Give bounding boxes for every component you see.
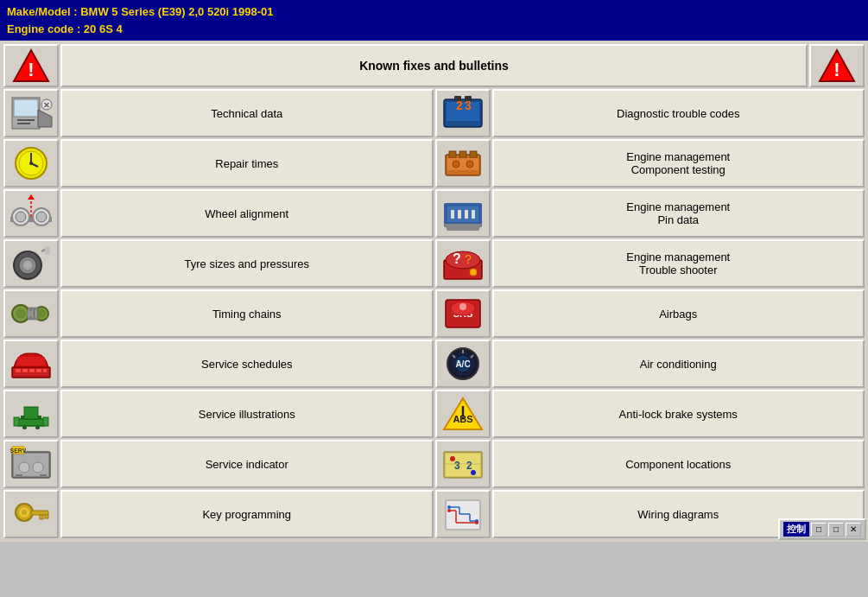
icon-key-programming[interactable] xyxy=(3,490,59,538)
taskbar-btn-1[interactable]: □ xyxy=(811,523,827,537)
icon-engine-pin[interactable] xyxy=(435,189,491,238)
label-component-locations[interactable]: Component locations xyxy=(492,440,865,488)
icon-engine-component[interactable] xyxy=(435,139,491,187)
svg-rect-111 xyxy=(446,500,480,530)
svg-rect-38 xyxy=(465,210,468,219)
svg-point-122 xyxy=(447,509,451,512)
label-abs[interactable]: Anti-lock brake systems xyxy=(492,390,865,438)
label-service-schedules[interactable]: Service schedules xyxy=(60,340,434,388)
svg-point-123 xyxy=(475,521,478,524)
warning-triangle-left: ! xyxy=(12,47,50,85)
label-key-programming[interactable]: Key programming xyxy=(60,490,434,538)
svg-rect-108 xyxy=(31,511,48,515)
svg-rect-81 xyxy=(22,426,27,429)
svg-rect-65 xyxy=(22,369,28,372)
svg-point-30 xyxy=(16,212,26,222)
label-repair-times[interactable]: Repair times xyxy=(60,139,434,187)
svg-text:2: 2 xyxy=(466,460,472,472)
svg-point-94 xyxy=(19,462,29,473)
icon-service-schedules[interactable] xyxy=(3,340,59,388)
icon-component-locations[interactable]: 3 2 xyxy=(435,440,491,488)
menu-row-7: Service illustrations ABS Anti-lock brak… xyxy=(3,390,865,438)
svg-rect-66 xyxy=(29,369,35,372)
svg-rect-56 xyxy=(28,309,30,318)
svg-rect-36 xyxy=(451,210,454,219)
menu-row-3: Wheel alignment Engine management Pin da… xyxy=(3,189,865,238)
icon-wheel-alignment[interactable] xyxy=(3,189,59,238)
svg-point-42 xyxy=(23,261,32,270)
svg-text:3: 3 xyxy=(454,460,460,472)
icon-technical-data[interactable]: ✕ xyxy=(3,89,59,137)
warning-icon-left[interactable]: ! xyxy=(3,44,59,87)
icon-timing-chains[interactable] xyxy=(3,289,59,338)
svg-point-32 xyxy=(36,212,47,222)
icon-airbags[interactable]: SRS xyxy=(435,289,491,338)
label-engine-pin[interactable]: Engine management Pin data xyxy=(492,189,865,238)
menu-row-2: Repair times Engine management Component… xyxy=(3,139,865,187)
svg-rect-96 xyxy=(16,474,22,476)
icon-abs[interactable]: ABS xyxy=(435,390,491,438)
menu-row-4: Tyre sizes and pressures ? ? Engine mana… xyxy=(3,239,865,288)
taskbar-title: 控制 xyxy=(783,522,809,537)
svg-text:✕: ✕ xyxy=(43,101,50,110)
svg-point-46 xyxy=(446,251,480,269)
svg-rect-68 xyxy=(43,369,47,372)
icon-diagnostic[interactable]: 2 3 xyxy=(435,89,491,137)
known-fixes-label: Known fixes and bulletins xyxy=(359,59,509,73)
label-air-conditioning[interactable]: Air conditioning xyxy=(492,340,865,388)
engine-code: Engine code : 20 6S 4 xyxy=(7,21,861,38)
icon-repair-times[interactable] xyxy=(3,139,59,187)
icon-tyre-sizes[interactable] xyxy=(3,239,59,288)
icon-service-indicator[interactable]: SERV xyxy=(3,440,59,488)
icon-trouble-shooter[interactable]: ? ? xyxy=(435,239,491,288)
make-model: Make/Model : BMW 5 Series (E39) 2,0 520i… xyxy=(7,3,861,21)
svg-rect-39 xyxy=(472,210,475,219)
label-service-indicator[interactable]: Service indicator xyxy=(60,440,434,488)
svg-rect-91 xyxy=(14,454,48,476)
label-airbags[interactable]: Airbags xyxy=(492,289,865,338)
svg-point-107 xyxy=(22,510,27,515)
menu-row-6: Service schedules A/C Air conditioning xyxy=(3,340,865,388)
taskbar-btn-2[interactable]: □ xyxy=(828,523,844,537)
svg-point-62 xyxy=(459,303,466,310)
svg-rect-83 xyxy=(14,417,19,426)
label-tyre-sizes[interactable]: Tyre sizes and pressures xyxy=(60,239,434,288)
svg-rect-15 xyxy=(465,96,472,101)
svg-point-104 xyxy=(471,470,476,475)
label-technical-data[interactable]: Technical data xyxy=(60,89,434,137)
label-trouble-shooter[interactable]: Engine management Trouble shooter xyxy=(492,239,865,288)
svg-rect-64 xyxy=(16,369,21,372)
label-service-illustrations[interactable]: Service illustrations xyxy=(60,390,434,438)
svg-rect-57 xyxy=(31,309,34,318)
svg-point-49 xyxy=(470,269,477,276)
svg-text:?: ? xyxy=(465,252,472,266)
menu-row-5: Timing chains SRS Airbags xyxy=(3,289,865,338)
svg-rect-24 xyxy=(470,151,477,158)
icon-air-conditioning[interactable]: A/C xyxy=(435,340,491,388)
svg-point-120 xyxy=(447,505,451,509)
svg-text:!: ! xyxy=(833,59,839,80)
icon-wiring-diagrams[interactable] xyxy=(435,490,491,538)
taskbar-btn-3[interactable]: ✕ xyxy=(846,523,861,537)
label-engine-component[interactable]: Engine management Component testing xyxy=(492,139,865,187)
svg-rect-110 xyxy=(45,515,48,518)
label-diagnostic[interactable]: Diagnostic trouble codes xyxy=(492,89,865,137)
svg-rect-77 xyxy=(17,419,45,426)
label-timing-chains[interactable]: Timing chains xyxy=(60,289,434,338)
known-fixes-button[interactable]: Known fixes and bulletins xyxy=(60,44,808,87)
svg-text:!: ! xyxy=(28,59,34,80)
svg-point-53 xyxy=(37,309,46,318)
svg-text:?: ? xyxy=(453,251,461,266)
taskbar-overlay: 控制 □ □ ✕ xyxy=(778,518,866,540)
warning-icon-right[interactable]: ! xyxy=(809,44,865,87)
svg-rect-58 xyxy=(35,309,37,318)
svg-point-26 xyxy=(453,161,459,168)
svg-point-89 xyxy=(461,417,464,420)
svg-rect-79 xyxy=(21,416,24,419)
menu-row-1: ✕ Technical data 2 3 Diagnostic trouble … xyxy=(3,89,865,137)
svg-point-20 xyxy=(29,162,33,165)
menu-row-9: Key programming xyxy=(3,490,865,538)
label-wheel-alignment[interactable]: Wheel alignment xyxy=(60,189,434,238)
svg-rect-37 xyxy=(458,210,461,219)
icon-service-illustrations[interactable] xyxy=(3,390,59,438)
